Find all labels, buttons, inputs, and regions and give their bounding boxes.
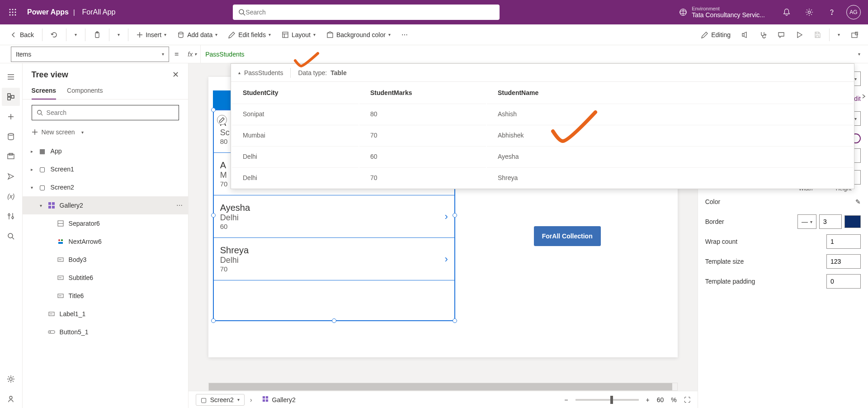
zoom-value: 60: [657, 396, 664, 403]
insert-button[interactable]: Insert ▾: [132, 27, 171, 43]
save-button[interactable]: [809, 27, 826, 43]
wrap-count-input[interactable]: [826, 234, 861, 249]
property-selector[interactable]: Items ▾: [11, 47, 169, 62]
tree-item-app[interactable]: ▸▦App: [23, 142, 188, 160]
tab-screens[interactable]: Screens: [32, 83, 56, 100]
preview-expand-button[interactable]: [857, 90, 868, 103]
publish-button[interactable]: [846, 27, 863, 43]
user-avatar[interactable]: AG: [846, 5, 861, 19]
next-arrow-icon[interactable]: ›: [444, 211, 448, 223]
more-commands[interactable]: ⋯: [397, 27, 412, 43]
fit-to-screen[interactable]: ⛶: [684, 396, 690, 403]
rail-tree-view[interactable]: [2, 88, 20, 106]
tree-item-gallery2[interactable]: ▾Gallery2⋯: [23, 196, 188, 214]
brand-label: Power Apps: [27, 8, 69, 16]
color-picker-icon[interactable]: ✎: [855, 198, 861, 205]
preview-button[interactable]: [791, 27, 807, 43]
tree-item-title6[interactable]: Title6: [23, 287, 188, 305]
forall-collection-button[interactable]: ForAll Collection: [534, 226, 601, 246]
tab-components[interactable]: Components: [67, 83, 103, 99]
tree-item-nextarrow6[interactable]: NextArrow6: [23, 232, 188, 251]
preview-collapse[interactable]: ▴ PassStudents: [238, 69, 283, 76]
close-tree-button[interactable]: ✕: [172, 70, 179, 80]
tree-item-screen1[interactable]: ▸▢Screen1: [23, 160, 188, 178]
svg-point-69: [50, 332, 51, 332]
rail-advanced-tools[interactable]: [2, 207, 20, 225]
rail-search[interactable]: [2, 227, 20, 245]
border-style-dropdown[interactable]: —▾: [797, 214, 816, 229]
tree-item-subtitle6[interactable]: Subtitle6: [23, 269, 188, 287]
paste-menu[interactable]: ▾: [113, 27, 124, 43]
rail-settings[interactable]: [2, 370, 20, 388]
plus-icon: [137, 32, 143, 38]
expand-formula-button[interactable]: ▾: [850, 52, 868, 57]
app-launcher-icon[interactable]: [4, 3, 22, 21]
tree-item-screen2[interactable]: ▾▢Screen2: [23, 178, 188, 196]
gallery-item[interactable]: Shreya Delhi 70 ›: [214, 238, 454, 280]
editing-mode[interactable]: Editing: [697, 27, 735, 43]
template-size-input[interactable]: [826, 254, 861, 269]
fx-label[interactable]: fx ▾: [184, 51, 200, 58]
rail-variables[interactable]: (x): [2, 187, 20, 205]
zoom-out[interactable]: −: [564, 396, 568, 403]
breadcrumb-screen[interactable]: ▢ Screen2 ▾: [196, 394, 245, 406]
svg-rect-31: [8, 94, 10, 96]
global-search[interactable]: [233, 5, 500, 20]
tree-item-more[interactable]: ⋯: [176, 202, 183, 209]
undo-icon: [51, 31, 58, 38]
border-width-input[interactable]: [819, 214, 842, 229]
undo-button[interactable]: [46, 27, 62, 43]
tree-item-separator6[interactable]: Separator6: [23, 214, 188, 232]
tree-item-button5-1[interactable]: Button5_1: [23, 323, 188, 341]
save-menu[interactable]: ▾: [833, 27, 844, 43]
bg-color-button[interactable]: Background color ▾: [322, 27, 395, 43]
layout-button[interactable]: Layout ▾: [277, 27, 320, 43]
label-icon: [56, 273, 65, 282]
checker-button[interactable]: [755, 27, 771, 43]
rail-power-automate[interactable]: [2, 167, 20, 185]
rail-insert[interactable]: [2, 108, 20, 126]
paste-button[interactable]: [89, 27, 105, 43]
tree-search[interactable]: [32, 105, 179, 120]
stethoscope-icon: [760, 31, 767, 38]
svg-point-45: [9, 378, 12, 380]
notifications-icon[interactable]: [777, 2, 797, 22]
svg-point-4: [12, 12, 14, 13]
undo-menu[interactable]: ▾: [70, 27, 81, 43]
tree-item-body3[interactable]: Body3: [23, 251, 188, 269]
next-arrow-icon[interactable]: ›: [444, 253, 448, 265]
separator-icon: [56, 219, 65, 228]
share-button[interactable]: [737, 27, 753, 43]
layout-icon: [282, 31, 289, 38]
back-button[interactable]: Back: [5, 27, 38, 43]
gallery-item[interactable]: Ayesha Delhi 60 ›: [214, 195, 454, 238]
gallery-edit-pencil[interactable]: [217, 115, 227, 125]
zoom-in[interactable]: +: [646, 396, 650, 403]
new-screen-button[interactable]: New screen ▾: [32, 126, 179, 138]
help-icon[interactable]: [822, 2, 842, 22]
add-data-button[interactable]: Add data ▾: [173, 27, 222, 43]
search-input[interactable]: [245, 9, 494, 16]
edit-fields-button[interactable]: Edit fields ▾: [224, 27, 275, 43]
settings-icon[interactable]: [799, 2, 819, 22]
svg-rect-52: [52, 202, 55, 205]
breadcrumb-gallery[interactable]: Gallery2: [258, 394, 300, 405]
svg-rect-21: [283, 32, 288, 38]
canvas-hscrollbar[interactable]: [208, 383, 678, 391]
rail-ask-virtual-agent[interactable]: [2, 390, 20, 408]
svg-rect-16: [95, 33, 99, 38]
table-row: Delhi60Ayesha: [232, 146, 853, 166]
template-padding-input[interactable]: [826, 274, 861, 289]
rail-hamburger[interactable]: [2, 68, 20, 86]
rail-media[interactable]: [2, 147, 20, 166]
save-icon: [814, 31, 821, 38]
environment-picker[interactable]: Environment Tata Consultancy Servic...: [679, 6, 765, 19]
tree-search-input[interactable]: [47, 109, 174, 116]
border-color-swatch[interactable]: [844, 215, 861, 228]
zoom-slider[interactable]: [576, 399, 639, 401]
rail-data[interactable]: [2, 128, 20, 146]
gallery-header-bar: [213, 90, 233, 110]
comments-button[interactable]: [773, 27, 789, 43]
tree-item-label1-1[interactable]: Label1_1: [23, 305, 188, 323]
svg-rect-71: [265, 396, 268, 399]
